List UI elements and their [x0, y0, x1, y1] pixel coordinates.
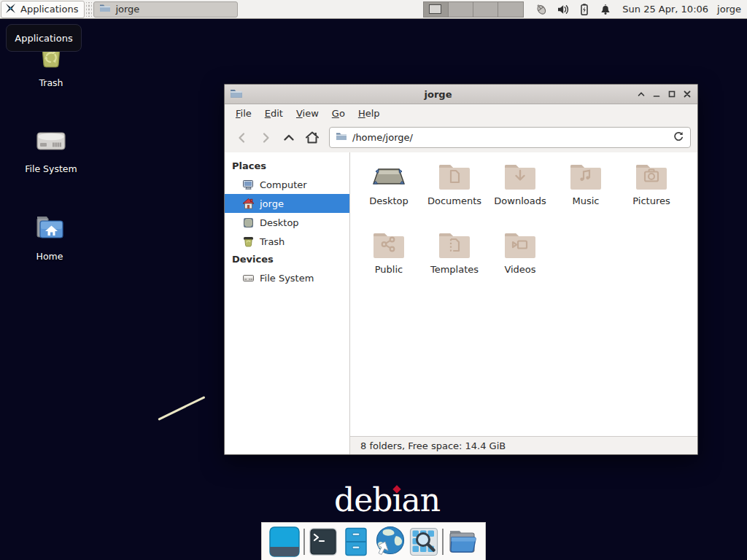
sidebar: Places Computer — [225, 152, 350, 454]
battery-icon[interactable] — [578, 3, 591, 16]
file-item-desktop[interactable]: Desktop — [356, 160, 422, 228]
sidebar-item-computer[interactable]: Computer — [225, 175, 349, 194]
path-folder-icon — [336, 131, 347, 144]
desktop-screen: Applications jorge — [0, 0, 747, 560]
desktop-icon — [242, 217, 255, 229]
file-item-music[interactable]: Music — [553, 160, 619, 228]
taskbar-window-label: jorge — [115, 4, 139, 15]
application-finder-icon[interactable] — [409, 527, 438, 556]
devices-header: Devices — [225, 251, 349, 268]
debian-wallpaper-logo: debıan — [334, 481, 440, 518]
home-folder-icon — [16, 211, 83, 246]
file-item-pictures[interactable]: Pictures — [619, 160, 684, 228]
menu-edit[interactable]: Edit — [258, 106, 290, 121]
show-desktop-icon[interactable] — [268, 526, 301, 558]
window-titlebar[interactable]: jorge — [225, 85, 697, 104]
desktop-icon-label: Home — [16, 251, 83, 262]
files-grid[interactable]: Desktop Documents — [350, 152, 697, 436]
terminal-icon[interactable] — [309, 527, 338, 556]
location-bar[interactable]: /home/jorge/ — [329, 127, 691, 148]
file-item-downloads[interactable]: Downloads — [487, 160, 553, 228]
desktop-icon-label: File System — [18, 163, 85, 174]
minimize-button[interactable] — [649, 85, 664, 104]
applications-tooltip: Applications — [6, 24, 82, 52]
back-button[interactable] — [231, 128, 253, 148]
sidebar-item-file-system[interactable]: File System — [225, 268, 349, 287]
workspace-2[interactable] — [449, 2, 473, 17]
workspace-3[interactable] — [473, 2, 498, 17]
computer-icon — [242, 179, 255, 191]
panel-clock[interactable]: Sun 25 Apr, 10:06 — [622, 4, 708, 15]
wallpaper-line — [158, 396, 205, 421]
file-item-documents[interactable]: Documents — [422, 160, 487, 228]
trash-icon — [242, 236, 255, 248]
panel-handle[interactable] — [86, 2, 92, 17]
file-item-videos[interactable]: Videos — [487, 228, 553, 297]
statusbar: 8 folders, Free space: 14.4 GiB — [350, 436, 697, 454]
folder-documents-icon — [437, 161, 472, 192]
mouse-settings-icon[interactable] — [534, 3, 549, 16]
applications-menu-button[interactable]: Applications — [1, 1, 85, 18]
desk-icon — [371, 161, 406, 192]
menu-go[interactable]: Go — [325, 106, 352, 121]
folder-downloads-icon — [503, 161, 538, 192]
workspace-window-thumb — [429, 4, 441, 14]
file-view-pane: Desktop Documents — [350, 152, 697, 454]
folder-videos-icon — [503, 230, 538, 260]
menu-view[interactable]: View — [290, 106, 325, 121]
taskbar-window-button[interactable]: jorge — [93, 1, 238, 18]
current-path: /home/jorge/ — [352, 132, 667, 143]
logo-text-part: deb — [334, 481, 392, 518]
folder-icon — [99, 2, 111, 16]
sidebar-item-desktop[interactable]: Desktop — [225, 213, 349, 232]
window-folder-icon — [230, 87, 243, 102]
applications-menu-label: Applications — [20, 4, 78, 15]
system-tray — [534, 3, 612, 16]
desktop-icon-file-system[interactable]: File System — [18, 124, 85, 174]
folder-music-icon — [568, 161, 603, 192]
dock-separator — [442, 529, 444, 555]
status-text: 8 folders, Free space: 14.4 GiB — [360, 440, 506, 451]
folder-templates-icon — [437, 230, 472, 260]
maximize-button[interactable] — [664, 85, 679, 104]
workspace-4[interactable] — [498, 2, 523, 17]
forward-button[interactable] — [255, 128, 276, 148]
notifications-bell-icon[interactable] — [599, 3, 612, 16]
volume-icon[interactable] — [557, 3, 570, 16]
home-icon — [242, 198, 255, 210]
folder-launcher-icon[interactable] — [446, 526, 479, 557]
logo-letter-i: ı — [392, 481, 401, 518]
menu-file[interactable]: File — [229, 106, 258, 121]
shade-button[interactable] — [633, 85, 649, 104]
hard-drive-icon — [18, 124, 85, 159]
window-title: jorge — [243, 89, 633, 100]
workspace-1[interactable] — [424, 2, 449, 17]
file-manager-window: jorge File Edit View Go Help — [224, 84, 698, 455]
logo-text-part: an — [401, 481, 440, 518]
toolbar: /home/jorge/ — [225, 122, 697, 152]
web-browser-icon[interactable] — [374, 526, 406, 558]
reload-icon[interactable] — [673, 131, 684, 144]
file-item-public[interactable]: Public — [356, 228, 422, 297]
places-header: Places — [225, 158, 349, 175]
menu-help[interactable]: Help — [352, 106, 387, 121]
tooltip-text: Applications — [15, 33, 72, 44]
home-button[interactable] — [301, 128, 323, 148]
sidebar-item-jorge[interactable]: jorge — [225, 194, 349, 213]
workspace-switcher[interactable] — [423, 1, 524, 18]
file-cabinet-icon[interactable] — [341, 527, 371, 556]
window-body: Places Computer — [225, 152, 697, 454]
top-panel: Applications jorge — [0, 0, 747, 19]
desktop-icon-label: Trash — [18, 77, 85, 88]
desktop-icon-home[interactable]: Home — [16, 211, 83, 262]
up-button[interactable] — [278, 128, 300, 148]
close-button[interactable] — [679, 85, 694, 104]
dock-separator — [303, 529, 305, 555]
panel-username[interactable]: jorge — [717, 4, 741, 15]
drive-icon — [242, 272, 255, 284]
xfce-applications-icon — [4, 2, 17, 17]
folder-pictures-icon — [634, 161, 669, 192]
sidebar-item-trash[interactable]: Trash — [225, 232, 349, 251]
file-item-templates[interactable]: Templates — [422, 228, 487, 297]
folder-public-icon — [371, 230, 406, 260]
